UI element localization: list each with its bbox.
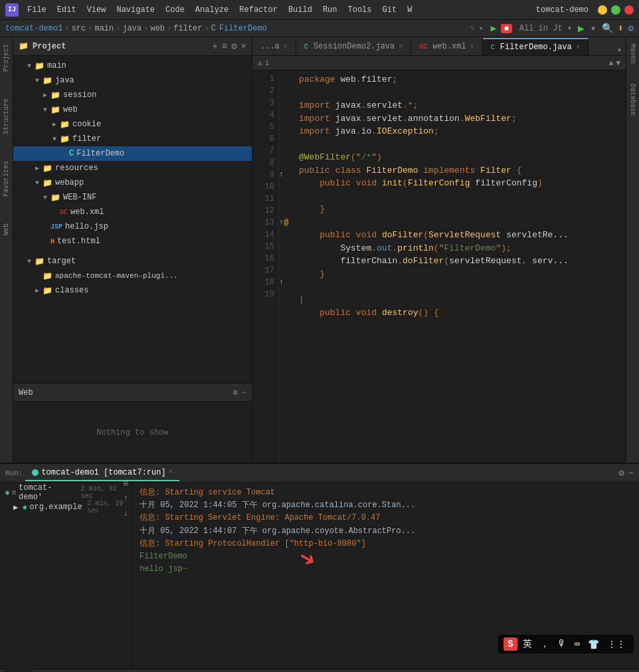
sogou-icon[interactable]: S (503, 637, 517, 651)
update-icon[interactable]: ⬆ (618, 23, 623, 34)
run-tree-orgexample[interactable]: ▶ ◉ org.example 2 min, 29 sec (0, 500, 132, 514)
ime-menu[interactable]: ⋮⋮ (604, 637, 628, 651)
menu-edit[interactable]: Edit (52, 4, 81, 16)
tree-item-filterdemo[interactable]: C FilterDemo (13, 146, 252, 161)
close-panel-icon[interactable]: × (241, 41, 246, 52)
run-minimize-icon[interactable]: − (628, 468, 634, 479)
run-settings-icon[interactable]: ⚙ (618, 467, 624, 479)
btab-profiler[interactable]: ◑ Profiler (187, 670, 239, 673)
code-editor[interactable]: 12345 678910 1112131415 16171819 ↑ ↑@ ↑ … (252, 70, 626, 463)
web-panel-settings-icon[interactable]: ⚙ (233, 388, 238, 397)
java-class-icon: C (69, 149, 74, 158)
run-tab-tomcat[interactable]: tomcat-demo1 [tomcat7:run] × (25, 465, 179, 481)
menu-analyze[interactable]: Analyze (191, 4, 233, 16)
left-strip-structure[interactable]: Structure (3, 98, 10, 134)
maximize-button[interactable] (611, 5, 620, 15)
tree-item-session[interactable]: ▶ 📁 session (13, 88, 252, 102)
btab-problems[interactable]: ⚠ Problems (74, 670, 126, 673)
menu-run[interactable]: Run (318, 4, 342, 16)
btab-services[interactable]: ⚙ Services (241, 670, 294, 673)
tab-close-a[interactable]: × (284, 43, 288, 51)
collapse-all-icon[interactable]: ≡ (222, 41, 227, 52)
run-tree-tomcatdemo[interactable]: ◉ m tomcat-demo' 2 min, 32 sec (0, 485, 132, 500)
new-item-icon[interactable]: + (212, 41, 217, 52)
breadcrumb-item[interactable]: web (150, 24, 165, 33)
editor-tab-webxml[interactable]: GC web.xml × (411, 38, 482, 55)
web-panel-close-icon[interactable]: − (242, 388, 246, 397)
warning-prev-icon[interactable]: ▲ (609, 59, 614, 67)
tree-item-classes[interactable]: ▶ 📁 classes (13, 283, 252, 298)
tree-item-main[interactable]: ▼ 📁 main (13, 58, 252, 73)
btab-terminal[interactable]: ⬜ Terminal (128, 670, 185, 673)
btab-run[interactable]: ▶ Run (3, 670, 33, 673)
breadcrumb-item[interactable]: main (94, 24, 114, 33)
right-tab-database[interactable]: Database (629, 84, 636, 116)
tab-close-webxml[interactable]: × (470, 43, 474, 51)
tree-item-filter[interactable]: ▼ 📁 filter (13, 132, 252, 146)
settings-icon[interactable]: ⚙ (628, 23, 634, 34)
menu-refactor[interactable]: Refactor (234, 4, 282, 16)
left-strip-favorites[interactable]: Favorites (3, 161, 10, 197)
expand-options-icon[interactable]: ⚙ (231, 41, 236, 52)
toolbar-more[interactable]: ▾ (591, 23, 596, 34)
editor-tab-session[interactable]: C SessionDemo2.java × (296, 38, 411, 55)
menu-code[interactable]: Code (161, 4, 189, 16)
menu-build[interactable]: Build (284, 4, 317, 16)
editor-tab-a[interactable]: ...a × (252, 38, 296, 55)
tab-close-filterdemo[interactable]: × (576, 44, 580, 51)
tree-item-hellojsp[interactable]: JSP hello.jsp (13, 219, 252, 234)
tree-item-tomcat-plugin[interactable]: 📁 apache-tomcat-maven-plugi... (13, 269, 252, 283)
menu-file[interactable]: File (23, 4, 51, 16)
breadcrumb-item[interactable]: src (72, 24, 86, 33)
warning-icon: ⚠ (258, 58, 262, 67)
menu-view[interactable]: View (82, 4, 111, 16)
ime-english[interactable]: 英 (520, 637, 535, 651)
menu-navigate[interactable]: Navigate (112, 4, 159, 16)
btab-todo[interactable]: ☰ TODO (35, 670, 72, 673)
ime-emoji[interactable]: 👕 (585, 637, 602, 651)
run-button-toolbar[interactable]: ▶ (491, 23, 496, 34)
window-controls[interactable] (598, 5, 634, 15)
tree-item-target[interactable]: ▼ 📁 target (13, 254, 252, 269)
breadcrumb-item[interactable]: tomcat-demo1 (5, 24, 62, 33)
run-green-button[interactable]: ▶ (578, 22, 585, 35)
xml-icon: GC (60, 209, 68, 216)
tree-item-webinf[interactable]: ▼ 📁 WEB-INF (13, 190, 252, 205)
right-tab-maven[interactable]: Maven (629, 44, 636, 64)
tab-close-session[interactable]: × (399, 43, 403, 51)
tree-item-webapp[interactable]: ▼ 📁 webapp (13, 175, 252, 190)
menu-tools[interactable]: Tools (343, 4, 377, 16)
stop-button-toolbar[interactable]: ■ (501, 24, 512, 33)
all-in-jt-selector[interactable]: All in Jt ▾ (519, 23, 572, 33)
run-tree-icon-1[interactable]: ≡ (123, 483, 128, 489)
menu-bar[interactable]: File Edit View Navigate Code Analyze Ref… (23, 4, 416, 16)
run-tab-close[interactable]: × (169, 469, 173, 476)
run-tree-icon-3[interactable]: ↓ (123, 508, 128, 518)
tree-item-cookie[interactable]: ▶ 📁 cookie (13, 117, 252, 132)
tree-item-web[interactable]: ▼ 📁 web (13, 102, 252, 117)
btab-eventlog[interactable]: 2 Event Log (572, 670, 636, 673)
ime-keyboard[interactable]: ⌨ (572, 637, 583, 651)
tree-item-testhtml[interactable]: H test.html (13, 234, 252, 249)
search-icon[interactable]: 🔍 (602, 23, 613, 34)
menu-git[interactable]: Git (378, 4, 402, 16)
ime-toolbar: S 英 ， 🎙 ⌨ 👕 ⋮⋮ (498, 635, 634, 653)
warning-next-icon[interactable]: ▼ (616, 59, 620, 67)
tree-item-webxml[interactable]: GC web.xml (13, 205, 252, 219)
breadcrumb-item[interactable]: java (122, 24, 141, 33)
minimize-button[interactable] (598, 5, 607, 15)
editor-tab-filterdemo[interactable]: C FilterDemo.java × (483, 38, 589, 55)
menu-w[interactable]: W (403, 4, 416, 16)
ime-mic[interactable]: 🎙 (555, 637, 569, 651)
left-strip-project[interactable]: Project (3, 44, 10, 72)
left-strip-web[interactable]: Web (3, 223, 10, 235)
close-button[interactable] (624, 5, 634, 15)
tabs-more-icon[interactable]: ▾ (617, 45, 622, 55)
git-branch[interactable]: ⑂ ▾ (470, 24, 484, 33)
run-tree-icon-2[interactable]: ↑ (123, 493, 128, 504)
tree-item-resources[interactable]: ▶ 📁 resources (13, 161, 252, 175)
code-content[interactable]: package web.filter; import javax.servlet… (292, 70, 626, 463)
ime-comma[interactable]: ， (537, 637, 552, 651)
tree-item-java[interactable]: ▼ 📁 java (13, 73, 252, 88)
breadcrumb-item[interactable]: filter (173, 24, 202, 33)
